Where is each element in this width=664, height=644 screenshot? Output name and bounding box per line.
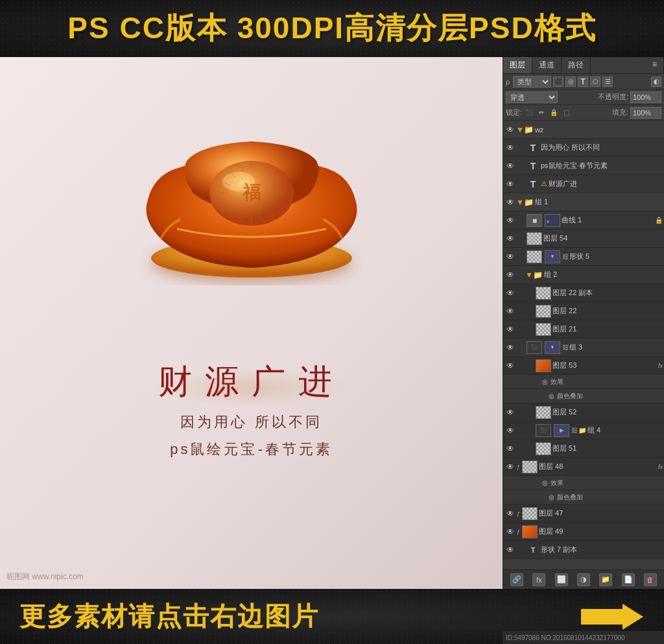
lock-pixels-btn[interactable]: ⬛ [524, 108, 534, 118]
blend-mode-select[interactable]: 穿透 [506, 91, 558, 103]
tab-channels[interactable]: 通道 [532, 57, 562, 73]
thumb-group4b: ▶ [554, 424, 569, 437]
thumb-51 [536, 442, 551, 455]
layer-51[interactable]: 👁 图层 51 [503, 440, 664, 458]
eye-48[interactable]: 👁 [504, 461, 516, 473]
panel-menu-icon[interactable]: ≡ [646, 57, 664, 73]
eye-49[interactable]: 👁 [504, 526, 516, 538]
bottom-text: 更多素材请点击右边图片 [19, 599, 319, 634]
eye-group3[interactable]: 👁 [504, 342, 516, 353]
thumb-curves: ◼ [527, 214, 542, 227]
filter-toggle-btn[interactable]: ◐ [651, 77, 661, 87]
layer-52[interactable]: 👁 图层 52 [503, 403, 664, 422]
eye-53[interactable]: 👁 [504, 360, 516, 372]
thumb-52 [536, 406, 551, 419]
eye-22[interactable]: 👁 [504, 305, 516, 317]
layer-group3[interactable]: 👁 ⬛ ▼ ⛓ 组 3 [503, 339, 664, 357]
eye-shape5[interactable]: 👁 [504, 251, 516, 263]
lock-fill-row: 锁定: ⬛ ✏ 🔒 ⬚ 填充: [503, 105, 664, 121]
caiyan-big: 财源广进 [158, 359, 345, 405]
add-style-btn[interactable]: fx [532, 573, 545, 586]
thumb-54 [527, 232, 542, 245]
eye-group2[interactable]: 👁 [504, 269, 516, 281]
eye-text3[interactable]: 👁 [504, 178, 516, 190]
effect-label-48: 效果 [551, 479, 563, 488]
lock-all-btn[interactable]: 🔒 [549, 108, 559, 118]
layer-shape7copy[interactable]: 👁 T 形状 7 副本 [503, 541, 664, 559]
lock-artboard-btn[interactable]: ⬚ [561, 108, 571, 118]
delete-layer-btn[interactable]: 🗑 [644, 573, 657, 586]
eye-wz[interactable]: 👁 [504, 124, 516, 136]
eye-text1[interactable]: 👁 [504, 142, 516, 154]
layer-name-52: 图层 52 [552, 407, 663, 417]
text-icon-1: T [527, 143, 540, 153]
layer-name-47: 图层 47 [539, 508, 663, 518]
fx-48: fx [658, 464, 663, 470]
layer-group4[interactable]: 👁 ⬛ ▶ ⛓ 📁 组 4 [503, 422, 664, 440]
chain-group3: ⛓ [562, 344, 569, 351]
top-banner: PS CC版本 300DPI高清分层PSD格式 [0, 0, 664, 57]
layer-curves1[interactable]: 👁 ◼ ▼ 曲线 1 🔒 [503, 211, 664, 230]
layer-text1[interactable]: 👁 T 因为用心 所以不同 [503, 139, 664, 157]
eye-group1[interactable]: 👁 [504, 197, 516, 208]
layer-name-21: 图层 21 [552, 324, 663, 334]
opacity-label: 不透明度: [598, 92, 628, 102]
layer-name-shape5: 形状 5 [569, 252, 663, 261]
eye-52[interactable]: 👁 [504, 407, 516, 418]
thumb-group4a: ⬛ [536, 424, 551, 437]
eye-shape7copy[interactable]: 👁 [504, 544, 516, 556]
layer-name-49: 图层 49 [539, 527, 663, 536]
layer-text2[interactable]: 👁 T ps鼠绘元宝·春节元素 [503, 157, 664, 175]
color-overlay-row-48: ◎ 颜色叠加 [503, 490, 664, 505]
new-adjustment-btn[interactable]: ◑ [577, 573, 590, 586]
layer-47[interactable]: 👁 ƒ 图层 47 [503, 505, 664, 523]
folder-group1: ▼📁 [516, 198, 534, 207]
eye-21[interactable]: 👁 [504, 324, 516, 335]
layer-shape5[interactable]: 👁 ▼ ⛓ 形状 5 [503, 248, 664, 266]
eye-47[interactable]: 👁 [504, 508, 516, 519]
adjustment-filter-btn[interactable]: ◎ [565, 77, 576, 87]
thumb-48 [522, 460, 538, 473]
chain-shape5: ⛓ [562, 253, 569, 260]
add-mask-btn[interactable]: ⬜ [555, 573, 568, 586]
layer-21[interactable]: 👁 图层 21 [503, 320, 664, 339]
shape-filter-btn[interactable]: ⬡ [590, 77, 600, 87]
tab-paths[interactable]: 路径 [562, 57, 591, 73]
eye-curves1[interactable]: 👁 [504, 215, 516, 226]
eye-group4[interactable]: 👁 [504, 425, 516, 436]
layer-name-text2: ps鼠绘元宝·春节元素 [541, 161, 663, 171]
watermark: 昵图网 www.nipic.com [6, 571, 84, 582]
layer-48[interactable]: 👁 ƒ 图层 48 fx [503, 458, 664, 476]
layer-wz[interactable]: 👁 ▼📁 wz [503, 121, 664, 139]
fill-input[interactable] [630, 107, 661, 119]
layer-group2[interactable]: 👁 ▼📁 组 2 [503, 266, 664, 284]
smart-filter-btn[interactable]: ☰ [602, 77, 613, 87]
link-layers-btn[interactable]: 🔗 [510, 573, 523, 586]
main-content: 福 财源广进 因为用心 所以不同 ps鼠绘元宝-春节元素 昵图网 www.nip… [0, 57, 664, 589]
layer-kind-select[interactable]: 类型 [513, 76, 551, 88]
svg-text:福: 福 [242, 182, 261, 202]
eye-54[interactable]: 👁 [504, 233, 516, 244]
new-group-btn[interactable]: 📁 [599, 573, 612, 586]
folder-group4: 📁 [578, 427, 586, 434]
text-icon-shape7: T [527, 546, 540, 554]
layer-22copy[interactable]: 👁 图层 22 副本 [503, 284, 664, 302]
eye-22copy[interactable]: 👁 [504, 287, 516, 299]
layer-54[interactable]: 👁 图层 54 [503, 230, 664, 248]
layer-text3[interactable]: 👁 T ⚠ 财源广进 [503, 175, 664, 193]
eye-text2[interactable]: 👁 [504, 160, 516, 172]
layer-49[interactable]: 👁 ƒ 图层 49 [503, 523, 664, 541]
folder-wz: ▼📁 [516, 125, 534, 134]
pixel-filter-btn[interactable]: ⬛ [553, 77, 563, 87]
layer-name-51: 图层 51 [552, 444, 663, 453]
eye-51[interactable]: 👁 [504, 443, 516, 455]
layer-53[interactable]: 👁 图层 53 fx [503, 357, 664, 375]
type-filter-btn[interactable]: T [578, 77, 588, 87]
tab-layers[interactable]: 图层 [503, 57, 532, 73]
lock-position-btn[interactable]: ✏ [536, 108, 547, 118]
layer-22[interactable]: 👁 图层 22 [503, 302, 664, 320]
layer-group1[interactable]: 👁 ▼📁 组 1 [503, 193, 664, 211]
opacity-input[interactable] [630, 91, 661, 103]
color-overlay-label-48: 颜色叠加 [557, 493, 583, 502]
new-layer-btn[interactable]: 📄 [622, 573, 635, 586]
